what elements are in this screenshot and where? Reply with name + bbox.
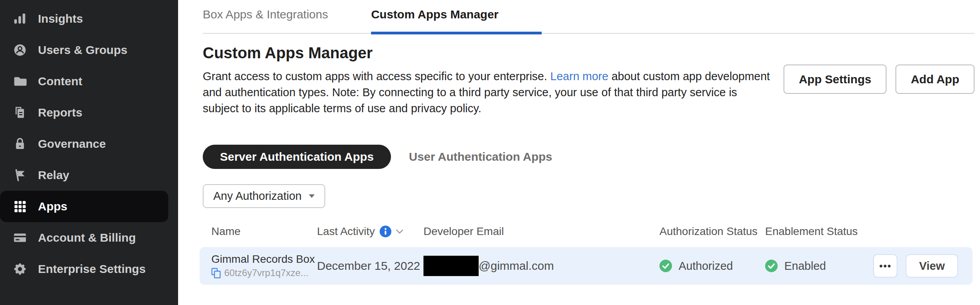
- page-description: Grant access to custom apps with access …: [203, 68, 770, 117]
- email-domain: @gimmal.com: [479, 259, 554, 273]
- app-id[interactable]: 60tz6y7vrp1q7xze...: [224, 268, 308, 278]
- enablement-status-cell: Enabled: [765, 260, 868, 273]
- page-title: Custom Apps Manager: [203, 44, 770, 61]
- check-circle-icon: [659, 260, 672, 272]
- column-header-last-activity[interactable]: Last Activity: [317, 225, 423, 238]
- sidebar-item-relay[interactable]: Relay: [0, 160, 178, 191]
- top-tabbar: Box Apps & Integrations Custom Apps Mana…: [203, 0, 975, 34]
- redacted-email-block: [423, 256, 479, 276]
- column-header-label: Developer Email: [423, 225, 504, 238]
- sidebar-item-label: Reports: [38, 106, 82, 119]
- sidebar-item-label: Enterprise Settings: [38, 262, 146, 276]
- page-header-text: Custom Apps Manager Grant access to cust…: [203, 44, 770, 117]
- admin-sidebar: Insights Users & Groups Content Reports: [0, 0, 178, 305]
- apps-table-header: Name Last Activity Developer Email Autho…: [200, 224, 973, 239]
- bar-chart-icon: [13, 12, 27, 26]
- status-badge: Enabled: [784, 260, 826, 273]
- sidebar-item-enterprise-settings[interactable]: Enterprise Settings: [0, 253, 178, 285]
- sidebar-item-label: Relay: [38, 169, 69, 182]
- server-authentication-apps-segment[interactable]: Server Authentication Apps: [203, 145, 391, 169]
- sidebar-item-label: Apps: [38, 200, 67, 213]
- chevron-down-icon: [309, 194, 315, 198]
- sidebar-item-label: Governance: [38, 137, 106, 151]
- authorization-filter-dropdown[interactable]: Any Authorization: [203, 184, 325, 208]
- credit-card-icon: [13, 231, 27, 245]
- learn-more-link[interactable]: Learn more: [550, 70, 608, 83]
- flag-icon: [13, 168, 27, 182]
- column-header-label: Last Activity: [317, 225, 375, 238]
- sort-chevron-down-icon[interactable]: [396, 230, 403, 234]
- view-button[interactable]: View: [906, 254, 958, 278]
- status-badge: Authorized: [679, 260, 733, 273]
- sidebar-item-reports[interactable]: Reports: [0, 97, 178, 128]
- sidebar-item-content[interactable]: Content: [0, 66, 178, 97]
- user-authentication-apps-segment[interactable]: User Authentication Apps: [409, 150, 552, 163]
- sidebar-item-label: Content: [38, 75, 82, 88]
- tab-custom-apps-manager[interactable]: Custom Apps Manager: [371, 5, 542, 33]
- add-app-button[interactable]: Add App: [895, 65, 975, 94]
- app-window: Insights Users & Groups Content Reports: [0, 0, 980, 305]
- last-activity-cell: December 15, 2022: [317, 259, 423, 273]
- developer-email-cell: @gimmal.com: [423, 256, 659, 276]
- column-header-label: Authorization Status: [659, 225, 758, 238]
- app-id-row: 60tz6y7vrp1q7xze...: [211, 268, 317, 278]
- description-text: Grant access to custom apps with access …: [203, 70, 550, 83]
- sidebar-item-account-billing[interactable]: Account & Billing: [0, 222, 178, 253]
- column-header-label: Name: [211, 225, 241, 238]
- copy-icon[interactable]: [211, 268, 221, 278]
- reports-icon: [13, 106, 27, 120]
- more-options-button[interactable]: •••: [873, 254, 897, 278]
- column-header-label: Enablement Status: [765, 225, 858, 238]
- app-name: Gimmal Records Box: [211, 254, 317, 265]
- row-actions: ••• View: [868, 254, 973, 278]
- table-row: Gimmal Records Box 60tz6y7vrp1q7xze... D…: [200, 247, 973, 285]
- gear-icon: [13, 262, 27, 276]
- header-actions: App Settings Add App: [784, 65, 975, 117]
- sidebar-item-users-groups[interactable]: Users & Groups: [0, 34, 178, 66]
- apps-table: Name Last Activity Developer Email Autho…: [200, 224, 973, 285]
- page-header: Custom Apps Manager Grant access to cust…: [203, 44, 975, 117]
- sidebar-item-label: Account & Billing: [38, 231, 136, 244]
- column-header-enablement-status: Enablement Status: [765, 225, 868, 238]
- column-header-authorization-status: Authorization Status: [659, 225, 765, 238]
- main-content: Box Apps & Integrations Custom Apps Mana…: [178, 0, 980, 305]
- users-icon: [13, 43, 27, 57]
- sidebar-item-governance[interactable]: Governance: [0, 128, 178, 160]
- tab-box-apps-integrations[interactable]: Box Apps & Integrations: [203, 5, 371, 33]
- authorization-status-cell: Authorized: [659, 260, 765, 273]
- auth-type-segments: Server Authentication Apps User Authenti…: [203, 145, 975, 169]
- lock-icon: [13, 137, 27, 151]
- app-name-cell: Gimmal Records Box 60tz6y7vrp1q7xze...: [211, 254, 317, 278]
- sidebar-item-label: Insights: [38, 12, 83, 25]
- authorization-filter-value: Any Authorization: [213, 190, 302, 203]
- apps-grid-icon: [13, 199, 27, 214]
- check-circle-icon: [765, 260, 778, 272]
- column-header-developer-email: Developer Email: [423, 225, 659, 238]
- app-settings-button[interactable]: App Settings: [784, 65, 886, 94]
- sidebar-item-insights[interactable]: Insights: [0, 3, 178, 34]
- sidebar-item-apps[interactable]: Apps: [0, 191, 168, 222]
- folder-icon: [13, 74, 27, 88]
- info-icon[interactable]: [380, 226, 391, 237]
- column-header-name: Name: [211, 225, 317, 238]
- sidebar-item-label: Users & Groups: [38, 43, 127, 57]
